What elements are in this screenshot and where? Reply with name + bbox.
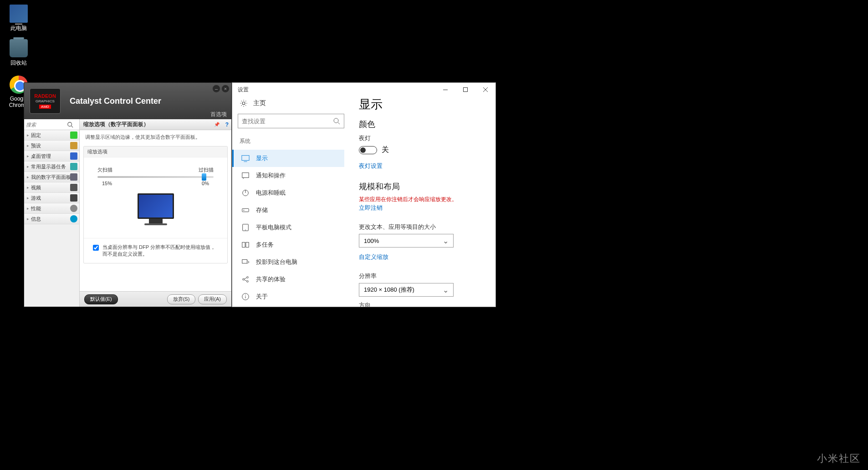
nightlight-settings-link[interactable]: 夜灯设置 [359,162,383,170]
svg-point-6 [334,118,338,123]
minimize-button[interactable] [435,83,455,96]
ccc-nav-info[interactable]: 信息 [24,214,79,224]
svg-point-21 [247,277,249,278]
amd-badge: RADEON GRAPHICS AMD [30,88,61,114]
scale-select[interactable]: 100% [359,234,454,248]
ccc-minimize-button[interactable]: – [212,85,220,93]
share-icon [241,275,250,283]
ccc-pin-icon[interactable]: 📌 [214,122,220,127]
this-pc-icon [10,5,28,23]
apply-button[interactable]: 应用(A) [198,294,227,304]
ccc-nav-performance[interactable]: 性能 [24,203,79,214]
ccc-close-button[interactable]: × [221,85,230,93]
ccc-nav-video[interactable]: 视频 [24,182,79,193]
ccc-panel-title-bar: 缩放选项（数字平面面板） 📌 ? [80,119,231,130]
video-icon [70,184,77,191]
settings-home-link[interactable]: 主页 [238,96,344,114]
storage-icon [241,206,250,214]
toggle-state: 关 [382,145,389,155]
recycle-bin-icon [10,39,28,57]
slider-right-pct: 0% [202,181,209,186]
custom-scale-link[interactable]: 自定义缩放 [359,253,388,261]
svg-point-16 [245,230,245,230]
home-label: 主页 [253,99,266,107]
ccc-panel-title: 缩放选项（数字平面面板） [83,121,149,128]
search-icon [67,121,73,128]
ccc-nav-gaming[interactable]: 游戏 [24,193,79,203]
monitor-preview [138,193,174,225]
ccc-title: Catalyst Control Center [70,96,161,106]
svg-line-24 [244,280,246,281]
ccc-sidebar: 固定 预设 桌面管理 常用显示器任务 我的数字平面面板 视频 游戏 性能 信息 [24,119,80,307]
panel-icon [70,173,77,181]
nav-display[interactable]: 显示 [232,150,344,167]
gear-icon [240,99,248,107]
settings-search[interactable] [238,114,344,128]
nightlight-label: 夜灯 [359,134,486,142]
signout-link[interactable]: 立即注销 [359,204,383,212]
search-icon [333,117,340,125]
display-icon [241,154,250,162]
svg-rect-10 [242,173,249,178]
desktop-icon [70,152,77,160]
desktop-icon-this-pc[interactable]: 此电脑 [3,5,35,32]
svg-rect-19 [242,260,247,263]
svg-line-23 [244,278,246,279]
nightlight-toggle[interactable] [359,146,377,154]
checkbox-label: 当桌面分辨率与 DFP 分辨率不匹配时使用缩放值，而不是自定义设置。 [102,244,218,258]
color-heading: 颜色 [359,119,486,130]
nav-power[interactable]: 电源和睡眠 [238,184,344,202]
settings-category: 系统 [238,135,344,150]
svg-line-1 [71,126,73,127]
ccc-help-button[interactable]: ? [225,121,229,128]
nav-about[interactable]: 关于 [238,288,344,305]
nav-share[interactable]: 共享的体验 [238,271,344,288]
nav-storage[interactable]: 存储 [238,202,344,219]
slider-thumb[interactable] [202,173,206,181]
notify-icon [241,172,250,180]
gauge-icon [70,205,77,212]
watermark: 小米社区 [817,452,861,465]
scale-warning: 某些应用在你注销后才会响应缩放更改。 [359,196,486,203]
slider-left-pct: 15% [102,181,112,186]
preset-icon [70,142,77,149]
ccc-scaling-group: 缩放选项 欠扫描 过扫描 15% 0% [83,146,228,263]
ccc-search[interactable] [24,119,79,130]
use-scaling-checkbox[interactable] [93,245,99,251]
ccc-nav-presets[interactable]: 预设 [24,141,79,151]
svg-point-27 [245,295,245,295]
resolution-select[interactable]: 1920 × 1080 (推荐) [359,283,454,297]
settings-titlebar[interactable]: 设置 [232,83,495,96]
ccc-nav-display-tasks[interactable]: 常用显示器任务 [24,162,79,172]
page-title: 显示 [359,96,486,112]
svg-point-14 [244,210,245,211]
settings-search-input[interactable] [242,118,333,125]
ccc-nav-desktop-mgmt[interactable]: 桌面管理 [24,151,79,162]
svg-rect-17 [242,243,245,248]
pin-icon [70,131,77,139]
ccc-search-input[interactable] [26,122,67,127]
ccc-group-title: 缩放选项 [84,147,227,157]
overscan-slider[interactable] [97,176,214,178]
slider-left-label: 欠扫描 [97,167,112,173]
slider-right-label: 过扫描 [199,167,214,173]
default-button[interactable]: 默认值(E) [84,294,118,304]
ccc-titlebar[interactable]: RADEON GRAPHICS AMD Catalyst Control Cen… [24,83,231,119]
nav-multitask[interactable]: 多任务 [238,236,344,253]
discard-button[interactable]: 放弃(S) [167,294,196,304]
ccc-content: 缩放选项（数字平面面板） 📌 ? 调整显示区域的边缘，使其更加适合数字平面面板。… [80,119,231,307]
svg-point-20 [243,278,245,280]
ccc-nav-digital-panel[interactable]: 我的数字平面面板 [24,172,79,182]
nav-notifications[interactable]: 通知和操作 [238,167,344,184]
ccc-preferences-link[interactable]: 首选项 [210,111,227,118]
nav-tablet[interactable]: 平板电脑模式 [238,219,344,236]
maximize-icon [463,87,468,92]
ccc-description: 调整显示区域的边缘，使其更加适合数字平面面板。 [80,130,231,144]
ccc-nav-pinned[interactable]: 固定 [24,130,79,141]
desktop-icon-recycle-bin[interactable]: 回收站 [3,39,35,67]
svg-rect-2 [443,90,448,90]
close-icon [483,87,488,92]
close-button[interactable] [475,83,495,96]
maximize-button[interactable] [455,83,475,96]
nav-project[interactable]: 投影到这台电脑 [238,253,344,271]
